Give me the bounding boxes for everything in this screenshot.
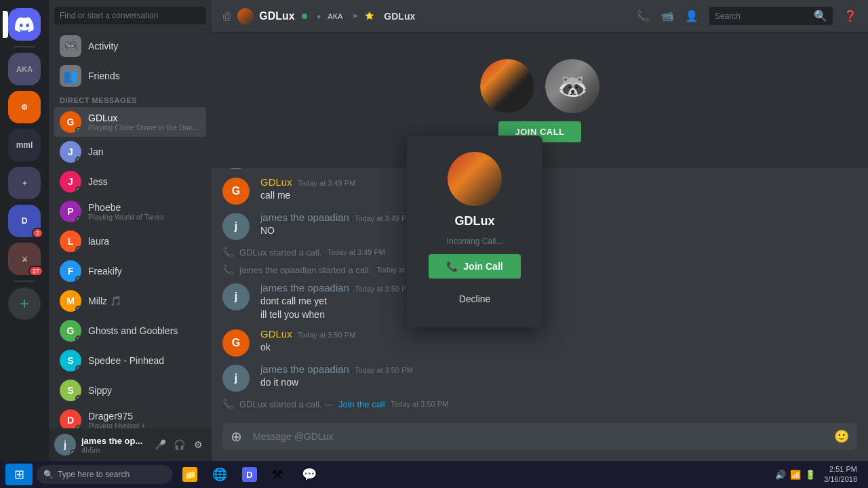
dm-avatar-jan: J: [60, 141, 81, 163]
dm-name-jess: Jess: [88, 176, 201, 187]
inbox-icon[interactable]: ❓: [844, 9, 857, 22]
message-input[interactable]: [250, 423, 826, 450]
deafen-icon[interactable]: 🎧: [171, 436, 187, 453]
dm-item-drager975[interactable]: D Drager975 Playing Hypixel +: [54, 405, 206, 428]
tray-icon-3[interactable]: 🔋: [805, 470, 816, 480]
chat-search-input[interactable]: [715, 12, 810, 21]
dm-name-spedee: Spedee - Pinhead: [88, 355, 201, 366]
msg-time-msg3: Today at 3:49 PM: [355, 214, 413, 222]
call-modal-status: Incoming Call...: [447, 237, 503, 246]
dm-item-phoebe[interactable]: P Phoebe Playing World of Tanks: [54, 197, 206, 226]
search-input[interactable]: [54, 7, 206, 24]
dm-name-ghosts: Ghosts and Gooblers: [88, 325, 201, 336]
dm-item-millz[interactable]: M Millz 🎵: [54, 286, 206, 316]
dm-item-gdlux[interactable]: G GDLux Playing Clone Drone in the Dange…: [54, 107, 206, 137]
msg-time-msg2: Today at 3:49 PM: [298, 179, 356, 187]
header-search[interactable]: 🔍: [709, 7, 833, 25]
msg-author-msg3: james the opaadian: [260, 211, 349, 223]
system-message-link-sys3: 📞 GDLux started a call. — Join the call …: [222, 396, 857, 412]
dm-item-jan[interactable]: J Jan: [54, 137, 206, 167]
dm-avatar-freakify: F: [60, 260, 81, 282]
server-aka[interactable]: AKA: [8, 53, 41, 85]
msg-time-msg5: Today at 3:50 PM: [298, 331, 356, 339]
phone-icon[interactable]: 📞: [636, 9, 650, 22]
msg-time-msg4: Today at 3:50 PM: [355, 285, 413, 293]
dm-avatar-jess: J: [60, 171, 81, 192]
msg-author-msg5: GDLux: [260, 328, 292, 340]
dm-item-freakify[interactable]: F Freakify: [54, 256, 206, 286]
dm-item-spedee[interactable]: S Spedee - Pinhead: [54, 346, 206, 375]
call-avatar-gdlux: [480, 59, 534, 113]
call-modal-join-button[interactable]: 📞 Join Call: [429, 254, 521, 279]
server-sidebar: AKA ⚙ mml ✦ D 2 ⚔ 27 +: [0, 0, 49, 461]
dm-name-drager975: Drager975: [88, 411, 201, 422]
dm-name-freakify: Freakify: [88, 266, 201, 277]
dm-sub-drager975: Playing Hypixel +: [88, 422, 201, 428]
dm-name-millz: Millz 🎵: [88, 296, 201, 306]
sidebar-item-activity[interactable]: 🎮 Activity: [54, 31, 206, 61]
dm-avatar-gdlux: G: [60, 111, 81, 133]
tray-icon-1[interactable]: 🔊: [775, 470, 786, 480]
msg-text-msg4: dont call me yetill tell you when: [260, 295, 857, 321]
call-modal: GDLux Incoming Call... 📞 Join Call Decli…: [407, 136, 542, 327]
msg-text-msg5: ok: [260, 341, 857, 354]
server-red-badge[interactable]: ⚔ 27: [8, 243, 41, 275]
msg-avatar-msg1: j: [222, 168, 250, 169]
mute-icon[interactable]: 🎤: [152, 436, 168, 453]
dm-name-sippy: Sippy: [88, 385, 201, 396]
add-server-button[interactable]: +: [8, 287, 41, 320]
dm-item-ghosts[interactable]: G Ghosts and Gooblers: [54, 316, 206, 346]
dm-avatar-ghosts: G: [60, 320, 81, 342]
msg-author-msg4: james the opaadian: [260, 282, 349, 293]
taskbar-icon-app1[interactable]: ⚒: [266, 462, 293, 487]
emoji-button[interactable]: 🙂: [831, 424, 852, 449]
user-panel-info: james the op... 4h5m: [81, 436, 146, 454]
dm-item-jess[interactable]: J Jess: [54, 167, 206, 197]
server-ml[interactable]: mml: [8, 129, 41, 161]
taskbar-icons: 📁 🌐 D ⚒ 💬: [176, 462, 323, 487]
join-call-link[interactable]: Join the call: [338, 399, 385, 409]
message-input-area: ⊕ 🙂: [212, 412, 868, 461]
dm-avatar-spedee: S: [60, 350, 81, 371]
start-button[interactable]: ⊞: [5, 464, 33, 485]
dm-name-phoebe: Phoebe: [88, 202, 201, 213]
dm-item-laura[interactable]: L laura: [54, 226, 206, 256]
msg-author-msg2: GDLux: [260, 176, 292, 188]
msg-avatar-msg4: j: [222, 283, 250, 310]
dm-avatar-phoebe: P: [60, 201, 81, 222]
message-input-wrapper: ⊕ 🙂: [222, 423, 857, 450]
server-s2[interactable]: ⚙: [8, 91, 41, 123]
add-friend-icon[interactable]: 👤: [685, 9, 698, 22]
taskbar-icon-chrome[interactable]: 🌐: [206, 462, 233, 487]
dm-avatar-millz: M: [60, 290, 81, 312]
videocam-icon[interactable]: 📹: [660, 9, 674, 22]
settings-icon[interactable]: ⚙: [190, 436, 206, 453]
taskbar-icon-discord[interactable]: D: [236, 462, 263, 487]
taskbar-search[interactable]: 🔍 Type here to search: [37, 465, 172, 484]
tray-icon-2[interactable]: 📶: [790, 470, 801, 480]
add-attachment-button[interactable]: ⊕: [228, 423, 245, 450]
dm-item-sippy[interactable]: S Sippy: [54, 375, 206, 405]
msg-text-msg3: NO: [260, 224, 857, 238]
dm-search[interactable]: [49, 0, 212, 31]
call-modal-decline-button[interactable]: Decline: [429, 287, 521, 311]
call-avatar-raccoon: 🦝: [545, 59, 599, 113]
taskbar-icon-app2[interactable]: 💬: [296, 462, 323, 487]
server-blue[interactable]: D 2: [8, 205, 41, 237]
chat-header: @ GDLux ● AKA ➤ ⭐ GDLux 📞 📹 👤 🔍 ❓: [212, 0, 868, 33]
user-panel: j james the op... 4h5m 🎤 🎧 ⚙: [49, 428, 212, 461]
dm-name-laura: laura: [88, 236, 201, 247]
dm-name-jan: Jan: [88, 146, 201, 157]
taskbar-time: 2:51 PM 3/16/2018: [824, 464, 863, 485]
call-modal-name: GDLux: [454, 214, 494, 228]
call-avatars: 🦝: [480, 59, 599, 113]
call-modal-avatar: [448, 152, 502, 206]
taskbar: ⊞ 🔍 Type here to search 📁 🌐 D ⚒ 💬 🔊 📶 🔋 …: [0, 461, 868, 488]
message-msg5: G GDLux Today at 3:50 PM ok: [222, 325, 857, 359]
server-home[interactable]: [8, 8, 41, 41]
dm-sub-phoebe: Playing World of Tanks: [88, 213, 201, 221]
sidebar-item-friends[interactable]: 👥 Friends: [54, 61, 206, 91]
server-check[interactable]: ✦: [8, 167, 41, 199]
msg-avatar-msg5: G: [222, 329, 250, 357]
taskbar-icon-file-explorer[interactable]: 📁: [176, 462, 203, 487]
